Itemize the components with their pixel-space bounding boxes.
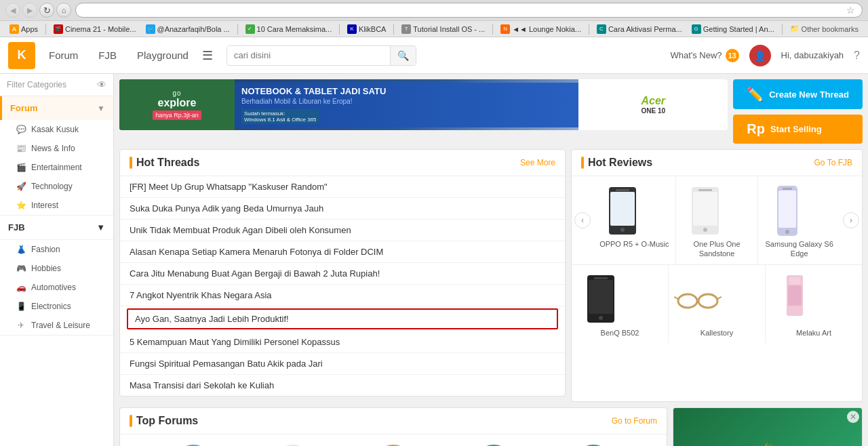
user-name[interactable]: Hi, dabuzakiyah: [781, 50, 844, 60]
separator3: [339, 24, 340, 35]
bookmark-cara-aktivasi[interactable]: C Cara Aktivasi Perma...: [593, 24, 686, 35]
other-bookmarks-label: Other bookmarks: [802, 25, 859, 33]
browser-toolbar: ◀ ▶ ↻ ⌂ www.kaskus.co.id ☆: [0, 0, 868, 20]
sidebar-forum-header[interactable]: Forum ▼: [0, 96, 113, 120]
sidebar-item-technology[interactable]: 🚀 Technology: [0, 177, 113, 196]
thread-item-0[interactable]: [FR] Meet Up Grup Whatsapp "Kaskuser Ran…: [120, 176, 565, 198]
sidebar-item-fashion[interactable]: 👗 Fashion: [0, 240, 113, 259]
sidebar-item-automotives[interactable]: 🚗 Automotives: [0, 278, 113, 297]
svg-line-18: [697, 300, 698, 301]
forward-button[interactable]: ▶: [22, 3, 37, 18]
nav-forum[interactable]: Forum: [49, 49, 78, 61]
reviews-next-button[interactable]: ›: [843, 212, 859, 228]
bookmark-tutorial[interactable]: T Tutorial Install OS - ...: [397, 24, 489, 35]
bookmark-cara-aktivasi-label: Cara Aktivasi Perma...: [608, 25, 682, 33]
bookmark-10cara[interactable]: ✓ 10 Cara Memaksima...: [241, 24, 336, 35]
ad-close-button[interactable]: ✕: [847, 411, 859, 423]
nav-playground[interactable]: Playground: [137, 49, 189, 61]
svg-rect-1: [610, 192, 635, 226]
notification-badge: 13: [726, 49, 739, 62]
bookmarks-bar: A Apps 🎬 Cinema 21 - Mobile... 🐦 @Anazar…: [0, 20, 868, 37]
melaku-name: Melaku Art: [771, 328, 856, 338]
sidebar-item-news-info[interactable]: 📰 News & Info: [0, 139, 113, 158]
entertainment-label: Entertainment: [31, 163, 82, 172]
sidebar-item-interest[interactable]: ⭐ Interest: [0, 196, 113, 215]
svg-rect-5: [693, 192, 717, 226]
bookmark-other[interactable]: 📁 Other bookmarks: [786, 24, 863, 34]
url-input[interactable]: www.kaskus.co.id: [83, 5, 844, 15]
bookmark-cinema[interactable]: 🎬 Cinema 21 - Mobile...: [50, 24, 140, 35]
sidebar-fjb-header[interactable]: FJB ▼: [0, 216, 113, 240]
thread-item-6-highlighted[interactable]: Ayo Gan, Saatnya Jadi Lebih Produktif!: [127, 308, 558, 329]
thread-item-7[interactable]: 5 Kemampuan Maut Yang Dimiliki Personel …: [120, 331, 565, 353]
banner-image[interactable]: go explore hanya Rp.3jt-an NOTEBOOK & TA…: [119, 79, 728, 130]
forum-item-lounge[interactable]: The Lounge: [143, 441, 243, 446]
sidebar-item-electronics[interactable]: 📱 Electronics: [0, 297, 113, 316]
ad-image[interactable]: 🌴 Travel Advertisement: [673, 408, 862, 446]
top-forums-title: Top Forums: [130, 415, 198, 427]
bookmark-klikbca[interactable]: K KlikBCA: [343, 24, 390, 35]
getting-started-icon: G: [692, 24, 701, 34]
separator7: [782, 24, 783, 35]
go-to-forum-link[interactable]: Go to Forum: [612, 416, 657, 426]
cara-aktivasi-icon: C: [597, 24, 606, 34]
banner-badges: Sudah termasuk:Windows 8.1 Asli & Office…: [241, 109, 572, 124]
search-button[interactable]: 🔍: [390, 46, 416, 65]
address-bar[interactable]: www.kaskus.co.id ☆: [75, 3, 863, 18]
hot-threads-title: Hot Threads: [130, 157, 199, 169]
start-selling-button[interactable]: Rp Start Selling: [733, 115, 863, 144]
thread-item-8[interactable]: Fungsi Spiritual Pemasangan Batu Akik pa…: [120, 353, 565, 375]
sidebar-fjb-section: FJB ▼ 👗 Fashion 🎮 Hobbies 🚗 Automotives …: [0, 216, 113, 336]
thread-item-3[interactable]: Alasan Kenapa Setiap Kamera Menaruh Foto…: [120, 241, 565, 263]
go-to-fjb-link[interactable]: Go To FJB: [814, 158, 852, 167]
review-melaku[interactable]: Melaku Art: [766, 265, 862, 343]
search-input[interactable]: [227, 46, 390, 64]
sidebar-item-travel-leisure[interactable]: ✈ Travel & Leisure: [0, 316, 113, 335]
automotives-label: Automotives: [31, 283, 76, 292]
review-samsung[interactable]: Samsung Galaxy S6 Edge: [758, 176, 840, 264]
banner-area: go explore hanya Rp.3jt-an NOTEBOOK & TA…: [119, 79, 863, 144]
svg-rect-13: [589, 280, 613, 314]
thread-item-9[interactable]: Masa Transisi dari Sekolah ke Kuliah: [120, 375, 565, 396]
create-thread-button[interactable]: ✏️ Create New Thread: [733, 79, 863, 109]
review-oppo[interactable]: OPPO R5 + O-Music: [593, 176, 676, 264]
forum-item-madura[interactable]: Madura: [443, 441, 544, 446]
thread-item-1[interactable]: Suka Duka Punya Adik yang Beda Umurnya J…: [120, 198, 565, 220]
svg-point-17: [698, 294, 717, 308]
bookmark-apps[interactable]: A Apps: [5, 24, 42, 35]
help-button[interactable]: ?: [854, 49, 860, 62]
kaskus-logo[interactable]: K: [8, 42, 35, 69]
bookmark-getting-started[interactable]: G Getting Started | An...: [688, 24, 778, 35]
review-benq[interactable]: BenQ B502: [572, 265, 669, 343]
filter-icon[interactable]: 👁: [97, 79, 106, 90]
filter-bar: Filter Categories 👁: [0, 74, 113, 96]
refresh-button[interactable]: ↻: [39, 3, 54, 18]
forum-item-blog[interactable]: B-Log Collections: [343, 441, 443, 446]
forum-item-berita[interactable]: NEWS Berita Dan Politik: [243, 441, 344, 446]
kasak-kusuk-icon: 💬: [16, 125, 26, 134]
back-button[interactable]: ◀: [5, 3, 20, 18]
nav-fjb[interactable]: FJB: [98, 49, 117, 61]
sidebar-item-kasak-kusuk[interactable]: 💬 Kasak Kusuk: [0, 120, 113, 139]
review-kallestory[interactable]: Kallestory: [669, 265, 766, 343]
reviews-prev-button[interactable]: ‹: [574, 212, 591, 228]
see-more-link[interactable]: See More: [520, 158, 555, 167]
bookmark-10cara-label: 10 Cara Memaksima...: [257, 25, 332, 33]
whats-new[interactable]: What's New? 13: [670, 49, 738, 62]
separator: [45, 24, 46, 35]
nav-buttons: ◀ ▶ ↻ ⌂: [5, 3, 71, 18]
review-oneplus[interactable]: One Plus One Sandstone: [676, 176, 759, 264]
user-avatar[interactable]: 👤: [749, 45, 771, 66]
home-button[interactable]: ⌂: [56, 3, 71, 18]
oneplus-image: [682, 182, 729, 239]
hamburger-menu[interactable]: ☰: [202, 48, 213, 63]
bookmark-twitter[interactable]: 🐦 @Anazarfaqih/Bola ...: [142, 24, 234, 35]
sidebar-item-hobbies[interactable]: 🎮 Hobbies: [0, 259, 113, 278]
bookmark-lounge[interactable]: N ◄◄ Lounge Nokia...: [496, 24, 585, 35]
thread-item-5[interactable]: 7 Angkot Nyentrik Khas Negara Asia: [120, 285, 565, 306]
sidebar-item-entertainment[interactable]: 🎬 Entertainment: [0, 158, 113, 177]
thread-item-4[interactable]: Cara Jitu Menabung Buat Agan Bergaji di …: [120, 263, 565, 285]
forum-item-surabaya[interactable]: Surabaya: [543, 441, 644, 446]
thread-item-2[interactable]: Unik Tidak Membuat Produk Agan Dibeli ol…: [120, 220, 565, 241]
bookmark-star[interactable]: ☆: [846, 5, 855, 16]
